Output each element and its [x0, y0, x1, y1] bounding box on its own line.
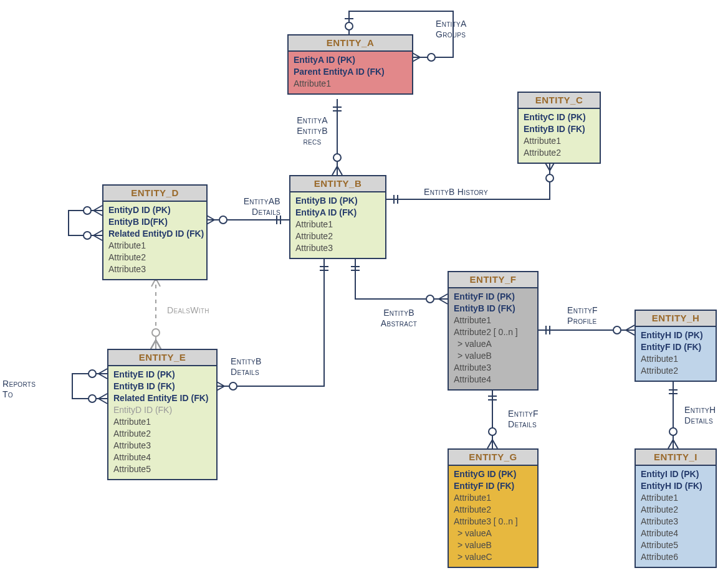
entity-i-title: ENTITY_I [636, 450, 716, 466]
attribute-row: Attribute3 [ 0..n ] [454, 516, 532, 528]
svg-point-37 [669, 428, 677, 435]
entity-a: ENTITY_A EntityA ID (PK)Parent EntityA I… [287, 34, 413, 95]
attribute-row: EntityB ID (FK) [113, 381, 211, 392]
label-a-groups: EntityAGroups [436, 19, 467, 40]
attribute-row: Attribute4 [454, 374, 532, 386]
entity-c-title: ENTITY_C [519, 93, 600, 109]
entity-g-body: EntityG ID (PK)EntityF ID (FK)Attribute1… [449, 466, 537, 567]
label-b-abstract: EntityBAbstract [374, 308, 424, 329]
attribute-row: Attribute1 [108, 240, 201, 252]
attribute-row: Attribute2 [641, 365, 711, 377]
svg-point-0 [345, 22, 353, 30]
attribute-row: EntityG ID (PK) [454, 468, 532, 480]
label-ab-details: EntityABDetails [221, 196, 280, 217]
attribute-row: EntityA ID (FK) [295, 207, 380, 219]
svg-point-15 [84, 232, 91, 239]
attribute-row: Attribute2 [113, 428, 211, 440]
attribute-row: Attribute1 [294, 78, 407, 90]
attribute-row: Attribute1 [524, 135, 595, 147]
attribute-row: > valueB [454, 539, 532, 551]
attribute-row: EntityF ID (PK) [454, 291, 532, 303]
attribute-row: Attribute2 [295, 230, 380, 242]
attribute-row: Parent EntityA ID (FK) [294, 66, 407, 78]
attribute-row: Attribute1 [454, 492, 532, 504]
attribute-row: EntityH ID (PK) [641, 329, 711, 341]
entity-f-body: EntityF ID (PK)EntityB ID (FK)Attribute1… [449, 288, 537, 389]
entity-g-title: ENTITY_G [449, 450, 537, 466]
label-f-profile: EntityFProfile [567, 305, 598, 326]
attribute-row: EntityH ID (FK) [641, 480, 711, 492]
svg-point-29 [613, 326, 621, 334]
entity-f-title: ENTITY_F [449, 272, 537, 288]
entity-e-body: EntityE ID (PK)EntityB ID (FK)Related En… [108, 366, 216, 479]
label-f-details: EntityFDetails [508, 409, 539, 430]
entity-h-title: ENTITY_H [636, 311, 716, 327]
entity-g: ENTITY_G EntityG ID (PK)EntityF ID (FK)A… [448, 448, 539, 568]
entity-f: ENTITY_F EntityF ID (PK)EntityB ID (FK)A… [448, 271, 539, 391]
svg-point-2 [428, 54, 435, 61]
attribute-row: EntityE ID (PK) [113, 369, 211, 381]
attribute-row: Attribute3 [113, 440, 211, 452]
attribute-row: EntityB ID (PK) [295, 195, 380, 207]
attribute-row: Attribute3 [295, 242, 380, 254]
svg-point-21 [89, 370, 96, 377]
attribute-row: Attribute5 [641, 539, 711, 551]
entity-h: ENTITY_H EntityH ID (PK)EntityF ID (FK)A… [635, 310, 717, 382]
attribute-row: Attribute2 [454, 504, 532, 516]
attribute-row: EntityI ID (PK) [641, 468, 711, 480]
label-a-b-recs: EntityAEntityBrecs [290, 115, 335, 147]
attribute-row: Attribute5 [113, 463, 211, 475]
attribute-row: Related EntityE ID (FK) [113, 392, 211, 404]
attribute-row: Attribute6 [641, 551, 711, 563]
entity-d: ENTITY_D EntityD ID (PK)EntityB ID(FK)Re… [102, 184, 208, 280]
attribute-row: Attribute2 [108, 252, 201, 263]
attribute-row: Attribute2 [524, 147, 595, 159]
attribute-row: > valueA [454, 338, 532, 350]
attribute-row: EntityB ID(FK) [108, 216, 201, 228]
entity-c-body: EntityC ID (PK)EntityB ID (FK)Attribute1… [519, 109, 600, 163]
entity-b-title: ENTITY_B [290, 176, 385, 192]
label-b-history: EntityB History [424, 187, 488, 197]
entity-h-body: EntityH ID (PK)EntityF ID (FK)Attribute1… [636, 327, 716, 381]
svg-point-25 [426, 295, 434, 303]
label-h-details: EntityHDetails [684, 405, 716, 426]
svg-point-33 [489, 428, 496, 435]
svg-point-17 [152, 329, 160, 336]
attribute-row: Attribute1 [113, 416, 211, 428]
attribute-row: EntityB ID (FK) [454, 303, 532, 315]
attribute-row: Attribute2 [ 0..n ] [454, 326, 532, 338]
attribute-row: Attribute3 [641, 516, 711, 528]
label-deals-with: DealsWith [167, 305, 209, 316]
attribute-row: Attribute2 [641, 504, 711, 516]
attribute-row: > valueA [454, 528, 532, 539]
attribute-row: Attribute1 [454, 315, 532, 326]
attribute-row: Attribute3 [108, 263, 201, 275]
svg-point-14 [84, 207, 91, 214]
attribute-row: EntityF ID (FK) [641, 341, 711, 353]
label-b-details: EntityBDetails [231, 356, 262, 377]
attribute-row: EntityF ID (FK) [454, 480, 532, 492]
attribute-row: Attribute1 [295, 219, 380, 230]
attribute-row: Attribute3 [454, 362, 532, 374]
entity-e: ENTITY_E EntityE ID (PK)EntityB ID (FK)R… [107, 349, 218, 480]
attribute-row: EntityB ID (FK) [524, 123, 595, 135]
attribute-row: EntityC ID (PK) [524, 111, 595, 123]
attribute-row: Attribute4 [113, 452, 211, 463]
entity-b: ENTITY_B EntityB ID (PK)EntityA ID (FK)A… [289, 175, 386, 259]
svg-point-20 [229, 382, 237, 390]
svg-point-9 [546, 174, 553, 182]
attribute-row: > valueC [454, 551, 532, 563]
entity-b-body: EntityB ID (PK)EntityA ID (FK)Attribute1… [290, 192, 385, 258]
attribute-row: Attribute1 [641, 492, 711, 504]
attribute-row: EntityA ID (PK) [294, 54, 407, 66]
attribute-row: Attribute4 [641, 528, 711, 539]
label-reports-to: ReportsTo [2, 379, 36, 400]
attribute-row: > valueB [454, 350, 532, 362]
entity-i-body: EntityI ID (PK)EntityH ID (FK)Attribute1… [636, 466, 716, 567]
entity-d-title: ENTITY_D [103, 186, 206, 202]
attribute-row: Related EntityD ID (FK) [108, 228, 201, 240]
svg-point-6 [333, 154, 341, 161]
entity-d-body: EntityD ID (PK)EntityB ID(FK)Related Ent… [103, 202, 206, 279]
attribute-row: EntityD ID (PK) [108, 204, 201, 216]
entity-c: ENTITY_C EntityC ID (PK)EntityB ID (FK)A… [517, 92, 601, 164]
